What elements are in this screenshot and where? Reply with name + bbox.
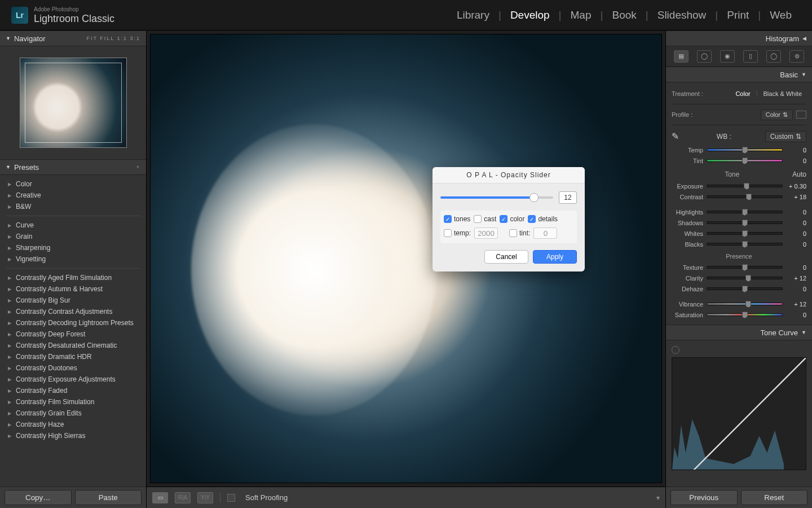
cast-checkbox[interactable]: cast [474, 215, 496, 223]
preset-folder[interactable]: ▶Contrastly Decoding Lightroom Presets [5, 317, 142, 329]
copy-button[interactable]: Copy… [5, 490, 72, 505]
tone-curve-header[interactable]: Tone Curve ▼ [666, 325, 812, 340]
soft-proof-checkbox[interactable] [227, 494, 235, 502]
tones-checkbox[interactable]: tones [444, 215, 470, 223]
exposure-value[interactable]: + 0.30 [786, 183, 806, 190]
preset-folder[interactable]: ▶Contrastly Contrast Adjustments [5, 306, 142, 317]
previous-button[interactable]: Previous [670, 490, 738, 505]
clarity-value[interactable]: + 12 [786, 275, 806, 282]
navigator-zoom-modes[interactable]: FIT FILL 1:1 3:1 [86, 36, 140, 41]
preset-folder[interactable]: ▶Creative [5, 190, 142, 201]
redeye-tool-icon[interactable]: ◉ [720, 50, 735, 63]
toolbar-menu-icon[interactable]: ▾ [656, 494, 660, 502]
preset-folder[interactable]: ▶Contrastly High Sierras [5, 430, 142, 441]
temp-slider[interactable] [707, 148, 783, 151]
opacity-slider-thumb[interactable] [529, 193, 539, 202]
preset-folder[interactable]: ▶Sharpening [5, 242, 142, 253]
module-print[interactable]: Print [718, 9, 758, 21]
preset-folder[interactable]: ▶Contrastly Deep Forest [5, 329, 142, 340]
opacity-value[interactable]: 12 [559, 191, 577, 204]
reset-button[interactable]: Reset [741, 490, 808, 505]
navigator-thumbnail[interactable] [20, 58, 127, 148]
preset-folder[interactable]: ▶Contrastly Aged Film Simulation [5, 272, 142, 283]
temp-checkbox[interactable]: temp: [444, 229, 471, 237]
shadows-slider[interactable] [707, 221, 783, 224]
preset-folder[interactable]: ▶Contrastly Film Simulation [5, 396, 142, 408]
tone-curve-graph[interactable] [672, 357, 806, 470]
opacity-slider-track[interactable] [440, 196, 553, 199]
exposure-slider[interactable] [707, 185, 783, 187]
tint-slider[interactable] [707, 159, 783, 162]
texture-value[interactable]: 0 [786, 264, 806, 271]
before-after-lr-icon[interactable]: R|A [175, 492, 191, 503]
image-canvas[interactable]: O P A L - Opacity Slider 12 tones cast c… [150, 34, 662, 483]
blacks-slider[interactable] [707, 243, 783, 246]
grad-filter-icon[interactable]: ▯ [743, 50, 758, 63]
auto-tone-button[interactable]: Auto [792, 170, 806, 178]
preset-folder[interactable]: ▶Contrastly Big Sur [5, 295, 142, 306]
add-preset-icon[interactable]: + [136, 164, 140, 170]
whites-value[interactable]: 0 [786, 230, 806, 237]
before-after-tb-icon[interactable]: Y|Y [197, 492, 213, 503]
paste-button[interactable]: Paste [75, 490, 142, 505]
shadows-value[interactable]: 0 [786, 220, 806, 226]
cancel-button[interactable]: Cancel [484, 250, 528, 264]
preset-folder[interactable]: ▶Vignetting [5, 253, 142, 265]
whites-slider[interactable] [707, 232, 783, 235]
dehaze-slider[interactable] [707, 287, 783, 290]
preset-folder[interactable]: ▶Contrastly Grain Edits [5, 408, 142, 419]
highlights-slider[interactable] [707, 211, 783, 213]
treatment-color[interactable]: Color [731, 89, 754, 98]
preset-folder[interactable]: ▶Contrastly Dramatic HDR [5, 351, 142, 362]
tint-value[interactable]: 0 [786, 157, 806, 164]
module-slideshow[interactable]: Slideshow [648, 9, 716, 21]
contrast-value[interactable]: + 18 [786, 194, 806, 200]
navigator-header[interactable]: ▼ Navigator FIT FILL 1:1 3:1 [0, 30, 146, 46]
histogram-header[interactable]: Histogram ◀ [666, 30, 812, 46]
details-checkbox[interactable]: details [528, 215, 558, 223]
vibrance-slider[interactable] [707, 303, 783, 305]
temp-value[interactable]: 0 [786, 147, 806, 154]
eyedropper-icon[interactable]: ✎ [672, 131, 683, 142]
preset-folder[interactable]: ▶Contrastly Desaturated Cinematic [5, 340, 142, 351]
texture-slider[interactable] [707, 266, 783, 269]
temp-input[interactable] [474, 227, 498, 239]
clarity-slider[interactable] [707, 277, 783, 279]
presets-header[interactable]: ▼ Presets + [0, 159, 146, 175]
highlights-value[interactable]: 0 [786, 209, 806, 216]
module-develop[interactable]: Develop [501, 9, 559, 21]
preset-folder[interactable]: ▶Grain [5, 231, 142, 242]
saturation-value[interactable]: 0 [786, 312, 806, 318]
radial-filter-icon[interactable]: ◯ [766, 50, 781, 63]
target-adjust-icon[interactable] [672, 346, 679, 354]
vibrance-value[interactable]: + 12 [786, 301, 806, 308]
preset-folder[interactable]: ▶Contrastly Duotones [5, 362, 142, 374]
profile-select[interactable]: Color ⇅ [761, 110, 793, 120]
module-library[interactable]: Library [448, 9, 498, 21]
spot-tool-icon[interactable]: ◯ [697, 50, 712, 63]
preset-folder[interactable]: ▶Contrastly Exposure Adjustments [5, 374, 142, 385]
saturation-slider[interactable] [707, 313, 783, 316]
basic-header[interactable]: Basic ▼ [666, 67, 812, 82]
contrast-slider[interactable] [707, 195, 783, 198]
preset-folder[interactable]: ▶Curve [5, 220, 142, 231]
preset-folder[interactable]: ▶B&W [5, 201, 142, 212]
profile-browser-icon[interactable] [796, 111, 806, 119]
apply-button[interactable]: Apply [533, 250, 577, 264]
tint-input[interactable] [533, 227, 557, 239]
tint-checkbox[interactable]: tint: [509, 229, 530, 237]
treatment-bw[interactable]: Black & White [759, 89, 806, 98]
wb-select[interactable]: Custom ⇅ [765, 131, 806, 142]
module-map[interactable]: Map [562, 9, 601, 21]
module-web[interactable]: Web [761, 9, 801, 21]
crop-tool-icon[interactable]: ▦ [674, 50, 689, 63]
loupe-view-icon[interactable]: ▭ [152, 492, 168, 503]
blacks-value[interactable]: 0 [786, 241, 806, 248]
preset-folder[interactable]: ▶Contrastly Faded [5, 385, 142, 396]
module-book[interactable]: Book [603, 9, 645, 21]
preset-folder[interactable]: ▶Contrastly Autumn & Harvest [5, 283, 142, 295]
color-checkbox[interactable]: color [500, 215, 524, 223]
preset-folder[interactable]: ▶Contrastly Haze [5, 419, 142, 430]
preset-folder[interactable]: ▶Color [5, 178, 142, 190]
brush-tool-icon[interactable]: ⊚ [789, 50, 804, 63]
